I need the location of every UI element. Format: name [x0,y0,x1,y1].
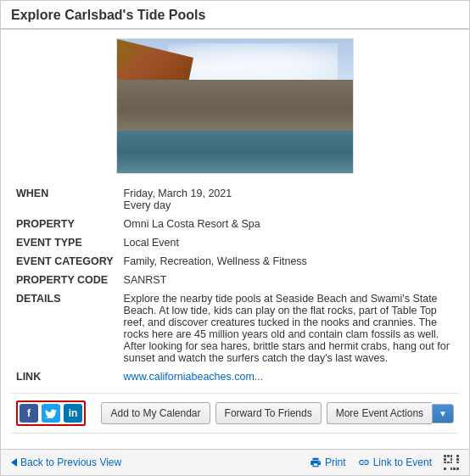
add-calendar-button[interactable]: Add to My Calendar [101,402,210,424]
more-actions-dropdown-button[interactable]: ▼ [432,404,454,423]
print-icon [310,456,322,468]
property-label: PROPERTY [11,215,119,233]
details-row: DETAILS Explore the nearby tide pools at… [11,289,459,367]
property-value: Omni La Costa Resort & Spa [119,215,459,233]
footer-bar: Back to Previous View Print Link to Even… [1,449,469,475]
facebook-button[interactable]: f [20,404,38,423]
social-icons-group: f in [16,400,86,426]
event-category-label: EVENT CATEGORY [11,252,119,271]
social-actions-bar: f in Add to My Calendar Forward To Frien… [11,393,459,434]
twitter-button[interactable] [42,404,60,423]
event-type-value: Local Event [119,233,459,252]
print-button[interactable]: Print [310,456,346,468]
when-row: WHEN Friday, March 19, 2021 Every day [11,184,459,215]
qr-icon[interactable] [444,455,459,470]
property-code-value: SANRST [119,271,459,289]
event-image [116,38,354,174]
print-label: Print [325,456,346,468]
details-text: Explore the nearby tide pools at Seaside… [119,289,459,367]
link-event-label: Link to Event [373,456,432,468]
link-row: LINK www.californiabeaches.com... [11,367,459,386]
event-type-row: EVENT TYPE Local Event [11,233,459,252]
back-arrow-icon [11,458,17,467]
link-label: LINK [11,367,119,386]
more-actions-button[interactable]: More Event Actions [327,402,432,424]
back-label: Back to Previous View [20,456,121,468]
property-code-label: PROPERTY CODE [11,271,119,289]
link-to-event-button[interactable]: Link to Event [358,456,432,468]
title-bar: Explore Carlsbad's Tide Pools [1,1,469,30]
event-category-row: EVENT CATEGORY Family, Recreation, Welln… [11,252,459,271]
property-row: PROPERTY Omni La Costa Resort & Spa [11,215,459,233]
more-actions-split-button: More Event Actions ▼ [327,402,454,424]
details-label: DETAILS [11,289,119,367]
forward-friends-button[interactable]: Forward To Friends [215,402,322,424]
when-value: Friday, March 19, 2021 Every day [119,184,459,215]
property-code-row: PROPERTY CODE SANRST [11,271,459,289]
linkedin-button[interactable]: in [64,404,82,423]
event-detail-window: Explore Carlsbad's Tide Pools WHEN Frida… [0,0,470,476]
back-button[interactable]: Back to Previous View [11,456,121,468]
details-table: WHEN Friday, March 19, 2021 Every day PR… [11,184,459,386]
link-value[interactable]: www.californiabeaches.com... [119,367,459,386]
event-type-label: EVENT TYPE [11,233,119,252]
page-title: Explore Carlsbad's Tide Pools [11,8,459,23]
water-layer [117,131,354,173]
action-buttons-group: Add to My Calendar Forward To Friends Mo… [101,402,454,424]
footer-right-actions: Print Link to Event [310,455,459,470]
when-label: WHEN [11,184,119,215]
event-category-value: Family, Recreation, Wellness & Fitness [119,252,459,271]
main-content: WHEN Friday, March 19, 2021 Every day PR… [1,30,469,449]
link-icon [358,456,370,468]
